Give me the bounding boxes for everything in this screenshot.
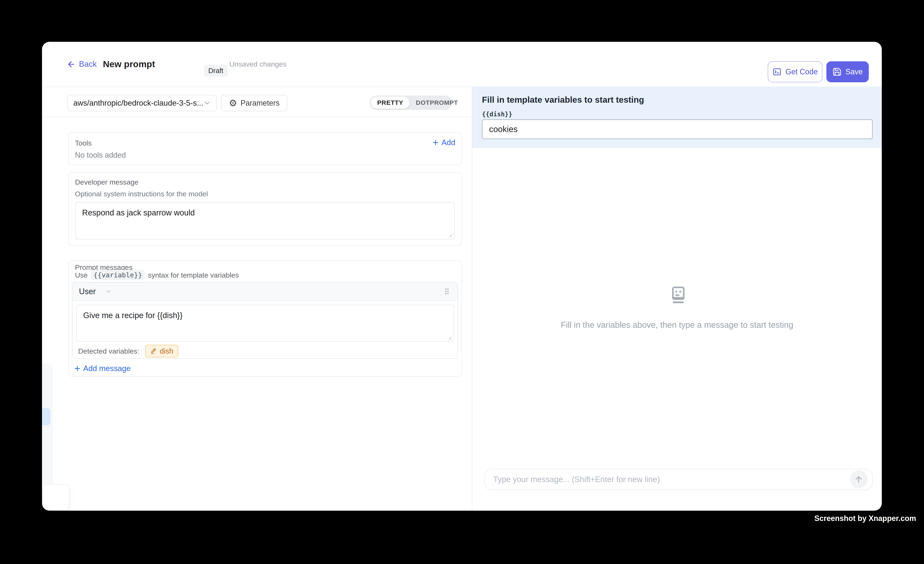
watermark-text: Screenshot by Xnapper.com: [814, 514, 916, 523]
model-selector[interactable]: aws/anthropic/bedrock-claude-3-5-s...: [68, 95, 217, 111]
developer-message-subtitle: Optional system instructions for the mod…: [75, 190, 208, 198]
get-code-button[interactable]: Get Code: [768, 62, 822, 82]
message-header: User: [73, 283, 458, 301]
role-value: User: [79, 287, 96, 296]
bot-face-icon: [668, 286, 689, 306]
chevron-down-icon: [203, 99, 211, 107]
prompt-messages-card: Prompt messages Use {{variable}} syntax …: [68, 260, 462, 376]
parameters-label: Parameters: [240, 99, 279, 108]
back-label: Back: [79, 60, 97, 69]
save-icon: [832, 67, 842, 76]
user-message-textarea[interactable]: Give me a recipe for {{dish}}: [76, 304, 454, 342]
view-mode-toggle: PRETTY DOTPROMPT: [370, 96, 452, 110]
template-variables-panel: Fill in template variables to start test…: [472, 87, 882, 148]
plus-icon: [432, 139, 440, 146]
chat-message-input[interactable]: [485, 475, 850, 484]
developer-message-title: Developer message: [75, 178, 138, 186]
save-button[interactable]: Save: [826, 62, 869, 82]
hint-suffix: syntax for template variables: [148, 271, 239, 279]
empty-state-text: Fill in the variables above, then type a…: [472, 320, 882, 330]
pencil-icon: [150, 348, 157, 354]
terminal-icon: [772, 67, 782, 76]
detected-variables-label: Detected variables:: [78, 347, 139, 355]
drag-handle-icon[interactable]: [442, 287, 451, 296]
add-message-label: Add message: [83, 364, 130, 373]
plus-icon: [74, 365, 81, 372]
role-selector[interactable]: User: [79, 287, 112, 296]
variable-syntax-chip: {{variable}}: [91, 270, 144, 280]
test-panel-heading: Fill in template variables to start test…: [482, 95, 644, 105]
add-message-button[interactable]: Add message: [74, 364, 130, 373]
developer-message-card: Developer message Optional system instru…: [68, 172, 462, 246]
resize-handle-icon[interactable]: [447, 335, 452, 340]
dish-variable-label: {{dish}}: [482, 111, 512, 118]
send-button[interactable]: [850, 471, 867, 488]
screenshot-stage: Back New prompt Draft Unsaved changes Ge…: [0, 0, 924, 564]
app-window: Back New prompt Draft Unsaved changes Ge…: [42, 42, 882, 511]
resize-handle-icon[interactable]: [447, 232, 453, 238]
gear-icon: ⚙: [229, 99, 237, 108]
arrow-up-icon: [854, 475, 863, 484]
unsaved-changes-note: Unsaved changes: [230, 42, 286, 87]
back-button[interactable]: Back: [67, 42, 97, 87]
model-selector-value: aws/anthropic/bedrock-claude-3-5-s...: [73, 99, 203, 108]
hint-prefix: Use: [75, 271, 88, 279]
tools-title: Tools: [75, 139, 92, 147]
status-badge: Draft: [204, 65, 228, 76]
pane-divider: [472, 87, 472, 511]
variable-chip-dish[interactable]: dish: [145, 345, 178, 357]
toggle-dotprompt[interactable]: DOTPROMPT: [410, 97, 464, 109]
save-label: Save: [846, 68, 862, 76]
developer-message-textarea[interactable]: Respond as jack sparrow would: [75, 202, 454, 239]
corner-popover: [43, 484, 69, 510]
toggle-pretty[interactable]: PRETTY: [371, 97, 410, 109]
variable-chip-label: dish: [160, 347, 173, 355]
back-arrow-icon: [67, 60, 76, 69]
parameters-button[interactable]: ⚙ Parameters: [221, 95, 287, 111]
message-block: User Give me a recipe for {{dish}}: [72, 282, 458, 359]
side-rail-active-item[interactable]: [42, 408, 50, 425]
get-code-label: Get Code: [785, 68, 818, 76]
toolbar-divider: [42, 117, 472, 117]
chat-input-bar: [484, 469, 873, 490]
chevron-down-icon: [105, 288, 112, 295]
page-title: New prompt: [103, 42, 155, 87]
tools-card: Tools Add No tools added: [68, 132, 462, 165]
add-tool-button[interactable]: Add: [432, 138, 455, 147]
tools-empty-text: No tools added: [75, 151, 126, 160]
add-tool-label: Add: [441, 138, 455, 147]
dish-variable-input[interactable]: [482, 120, 873, 139]
